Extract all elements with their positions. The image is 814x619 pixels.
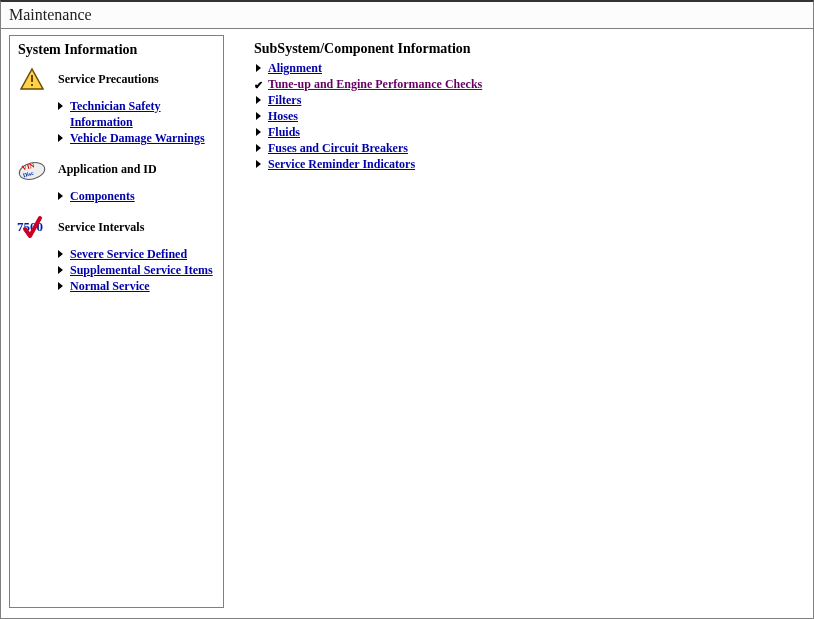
- sidebar-item: Normal Service: [58, 278, 219, 294]
- list-item: Hoses: [256, 108, 801, 124]
- triangle-bullet-icon: [58, 192, 63, 200]
- list-item: Fluids: [256, 124, 801, 140]
- section-label: Service Precautions: [58, 72, 159, 87]
- main-heading: SubSystem/Component Information: [234, 41, 801, 59]
- link-filters[interactable]: Filters: [268, 93, 301, 107]
- main-panel: SubSystem/Component Information Alignmen…: [230, 35, 805, 608]
- triangle-bullet-icon: [256, 144, 261, 152]
- link-vehicle-damage-warnings[interactable]: Vehicle Damage Warnings: [70, 131, 205, 145]
- section-label: Service Intervals: [58, 220, 144, 235]
- sidebar-sublist: Technician Safety Information Vehicle Da…: [14, 98, 219, 150]
- link-technician-safety-information[interactable]: Technician Safety Information: [70, 99, 161, 129]
- page-title-text: Maintenance: [9, 6, 92, 23]
- triangle-bullet-icon: [58, 282, 63, 290]
- sidebar-item: Technician Safety Information: [58, 98, 219, 130]
- sidebar-heading: System Information: [14, 42, 219, 60]
- link-supplemental-service-items[interactable]: Supplemental Service Items: [70, 263, 213, 277]
- link-severe-service-defined[interactable]: Severe Service Defined: [70, 247, 187, 261]
- 7500-check-icon: 7500: [16, 214, 48, 240]
- main-list: Alignment ✔ Tune-up and Engine Performan…: [234, 60, 801, 176]
- list-item: Service Reminder Indicators: [256, 156, 801, 172]
- sidebar-sublist: Severe Service Defined Supplemental Serv…: [14, 246, 219, 298]
- sidebar-section-service-intervals: 7500 Service Intervals: [14, 208, 219, 246]
- list-item: Filters: [256, 92, 801, 108]
- sidebar-section-service-precautions: Service Precautions: [14, 60, 219, 98]
- sidebar-item: Components: [58, 188, 219, 204]
- sidebar: System Information Service Precautions T…: [9, 35, 224, 608]
- sidebar-item: Supplemental Service Items: [58, 262, 219, 278]
- sidebar-section-application-id: VIN Disc Application and ID: [14, 150, 219, 188]
- link-normal-service[interactable]: Normal Service: [70, 279, 150, 293]
- link-hoses[interactable]: Hoses: [268, 109, 298, 123]
- triangle-bullet-icon: [256, 160, 261, 168]
- svg-rect-2: [31, 84, 33, 86]
- window-frame: Maintenance System Information Service P…: [0, 0, 814, 619]
- link-service-reminder-indicators[interactable]: Service Reminder Indicators: [268, 157, 415, 171]
- link-fluids[interactable]: Fluids: [268, 125, 300, 139]
- triangle-bullet-icon: [58, 250, 63, 258]
- triangle-bullet-icon: [256, 96, 261, 104]
- triangle-bullet-icon: [256, 128, 261, 136]
- list-item: Fuses and Circuit Breakers: [256, 140, 801, 156]
- page-title: Maintenance: [1, 2, 813, 29]
- warning-triangle-icon: [16, 66, 48, 92]
- link-tune-up-engine-performance[interactable]: Tune-up and Engine Performance Checks: [268, 77, 482, 91]
- sidebar-item: Severe Service Defined: [58, 246, 219, 262]
- triangle-bullet-icon: [256, 112, 261, 120]
- section-label: Application and ID: [58, 162, 157, 177]
- triangle-bullet-icon: [256, 64, 261, 72]
- sidebar-item: Vehicle Damage Warnings: [58, 130, 219, 146]
- list-item: Alignment: [256, 60, 801, 76]
- triangle-bullet-icon: [58, 102, 63, 110]
- checkmark-icon: ✔: [254, 77, 263, 93]
- vin-disc-icon: VIN Disc: [16, 156, 48, 182]
- sidebar-sublist: Components: [14, 188, 219, 208]
- link-fuses-circuit-breakers[interactable]: Fuses and Circuit Breakers: [268, 141, 408, 155]
- list-item: ✔ Tune-up and Engine Performance Checks: [256, 76, 801, 92]
- link-components[interactable]: Components: [70, 189, 135, 203]
- triangle-bullet-icon: [58, 134, 63, 142]
- content-area: System Information Service Precautions T…: [1, 29, 813, 614]
- svg-rect-1: [31, 75, 33, 82]
- link-alignment[interactable]: Alignment: [268, 61, 322, 75]
- triangle-bullet-icon: [58, 266, 63, 274]
